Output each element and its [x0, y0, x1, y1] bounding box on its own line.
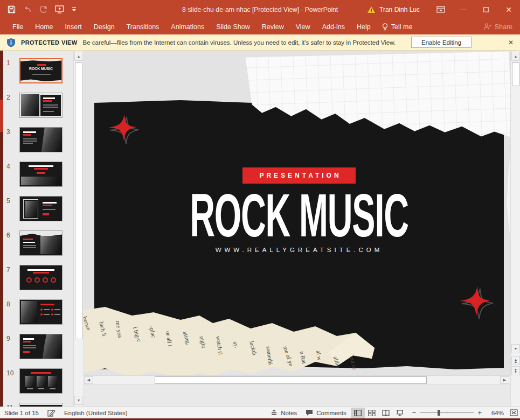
- slide-number-3: 3: [6, 128, 17, 136]
- thumb-scroll-thumb[interactable]: [75, 62, 82, 339]
- reading-view-button[interactable]: [379, 408, 393, 418]
- next-slide-button[interactable]: ▼▼: [511, 366, 520, 375]
- thumbnail-row-1: 1 ROCK MUSIC: [3, 58, 73, 87]
- tab-slide-show[interactable]: Slide Show: [210, 20, 256, 34]
- thumbnail-scrollbar[interactable]: ▲ ▼: [73, 51, 83, 407]
- ribbon-display-options-icon[interactable]: [429, 0, 452, 19]
- slide-number-4: 4: [6, 163, 17, 170]
- slide-thumbnail-2[interactable]: [19, 93, 63, 118]
- notes-collapsed-area: [84, 384, 510, 407]
- slide-thumbnail-panel: 1 ROCK MUSIC 2 3 4: [3, 51, 73, 407]
- slide-thumbnail-7[interactable]: [19, 265, 63, 290]
- protected-view-banner: PROTECTED VIEW Be careful—files from the…: [0, 34, 520, 51]
- tab-review[interactable]: Review: [256, 20, 290, 34]
- slide-number-9: 9: [6, 335, 17, 342]
- vertical-scrollbar[interactable]: ▲ ▼ ▲▲ ▼▼: [510, 51, 520, 407]
- hscroll-thumb[interactable]: [155, 376, 427, 384]
- tab-view[interactable]: View: [290, 20, 316, 34]
- slide-thumbnail-4[interactable]: [19, 162, 63, 187]
- zoom-out-icon[interactable]: −: [412, 409, 417, 417]
- thumbnail-row-3: 3: [3, 127, 73, 156]
- slide-thumbnail-3[interactable]: [19, 127, 63, 152]
- tab-insert[interactable]: Insert: [59, 20, 88, 34]
- zoom-in-icon[interactable]: +: [477, 409, 482, 417]
- vscroll-up-icon[interactable]: ▲: [511, 52, 520, 61]
- notes-button[interactable]: Notes: [266, 407, 301, 419]
- hscroll-right-icon[interactable]: ▶: [500, 376, 509, 384]
- redo-icon[interactable]: [39, 6, 47, 13]
- language-status[interactable]: English (United States): [60, 407, 132, 419]
- thumbnail-row-4: 4: [3, 162, 73, 191]
- thumb-scroll-up-icon[interactable]: ▲: [74, 52, 83, 61]
- slide-number-7: 7: [6, 266, 17, 274]
- slide-number-1: 1: [6, 59, 17, 67]
- slide-number-5: 5: [6, 197, 17, 205]
- fit-slide-to-window-icon[interactable]: [510, 409, 518, 416]
- thumbnail-row-8: 8: [3, 299, 73, 328]
- slide-number-6: 6: [6, 232, 17, 239]
- previous-slide-button[interactable]: ▲▲: [511, 356, 520, 365]
- notes-icon: [271, 410, 278, 416]
- powerpoint-window: 8-slide-chu-de-am-nhac [Protected View] …: [0, 0, 520, 420]
- start-slideshow-icon[interactable]: [55, 5, 64, 13]
- slide-thumbnail-6[interactable]: [19, 230, 63, 256]
- tab-add-ins[interactable]: Add-ins: [316, 20, 351, 34]
- close-button[interactable]: ✕: [497, 0, 520, 19]
- maximize-button[interactable]: [475, 0, 497, 19]
- tab-tell-me[interactable]: Tell me: [377, 20, 418, 34]
- warning-icon: [367, 6, 376, 13]
- banner-message: Be careful—files from the Internet can c…: [83, 39, 396, 46]
- slide-thumbnail-11[interactable]: [19, 403, 63, 407]
- slide-sorter-view-button[interactable]: [365, 408, 379, 418]
- tab-home[interactable]: Home: [29, 20, 59, 34]
- horizontal-scrollbar[interactable]: ◀ ▶: [84, 375, 510, 384]
- proofing-icon[interactable]: [43, 407, 60, 419]
- tab-design[interactable]: Design: [88, 20, 121, 34]
- slide-number-2: 2: [6, 94, 17, 101]
- hscroll-left-icon[interactable]: ◀: [84, 376, 93, 384]
- slide-thumbnail-5[interactable]: [19, 196, 63, 221]
- ribbon-tabs: FileHomeInsertDesignTransitionsAnimation…: [6, 20, 377, 34]
- shield-info-icon: [6, 38, 16, 47]
- presentation-badge[interactable]: PRESENTATION: [242, 167, 355, 184]
- tab-help[interactable]: Help: [351, 20, 377, 34]
- slide-thumbnail-9[interactable]: [19, 334, 63, 359]
- slide-canvas[interactable]: berwehich lime yeaf big-c-placor all iat…: [84, 51, 510, 407]
- thumbnail-row-9: 9: [3, 334, 73, 363]
- slide-1-content: PRESENTATION ROCK MUSIC WWW.REALLYGREATS…: [94, 51, 504, 253]
- main-area: 1 ROCK MUSIC 2 3 4: [0, 51, 520, 407]
- thumb-scroll-down-icon[interactable]: ▼: [74, 396, 83, 405]
- tab-animations[interactable]: Animations: [165, 20, 210, 34]
- lightbulb-icon: [382, 23, 388, 31]
- newsprint-word: al w: [315, 350, 323, 361]
- slide-thumbnail-1[interactable]: ROCK MUSIC: [19, 58, 63, 83]
- save-icon[interactable]: [8, 5, 16, 13]
- undo-icon[interactable]: [23, 6, 32, 13]
- slide-thumbnail-10[interactable]: [19, 368, 63, 394]
- vscroll-down-icon[interactable]: ▼: [511, 344, 520, 353]
- account-user[interactable]: Tran Dinh Luc: [367, 6, 420, 13]
- zoom-slider[interactable]: [420, 412, 474, 413]
- share-person-icon: [483, 23, 491, 30]
- tab-transitions[interactable]: Transitions: [121, 20, 165, 34]
- thumbnail-row-7: 7: [3, 265, 73, 294]
- banner-close-icon[interactable]: ✕: [506, 38, 516, 47]
- zoom-level[interactable]: 64%: [486, 410, 504, 416]
- thumbnail-row-6: 6: [3, 230, 73, 260]
- comments-icon: [306, 409, 313, 416]
- normal-view-button[interactable]: [351, 408, 365, 418]
- customize-qat-icon[interactable]: [72, 7, 77, 12]
- slide-title[interactable]: ROCK MUSIC: [176, 188, 422, 243]
- zoom-slider-thumb[interactable]: [438, 410, 440, 416]
- vscroll-thumb[interactable]: [512, 62, 519, 86]
- slide-number-8: 8: [6, 300, 17, 308]
- slideshow-view-button[interactable]: [393, 408, 407, 418]
- comments-button[interactable]: Comments: [301, 407, 351, 419]
- enable-editing-button[interactable]: Enable Editing: [411, 37, 472, 48]
- tab-file[interactable]: File: [6, 20, 29, 34]
- share-button[interactable]: Share: [483, 23, 512, 31]
- ribbon-tab-bar: FileHomeInsertDesignTransitionsAnimation…: [0, 19, 520, 34]
- slide-counter[interactable]: Slide 1 of 15: [0, 407, 43, 419]
- slide-thumbnail-8[interactable]: [19, 299, 63, 325]
- minimize-button[interactable]: —: [452, 0, 475, 19]
